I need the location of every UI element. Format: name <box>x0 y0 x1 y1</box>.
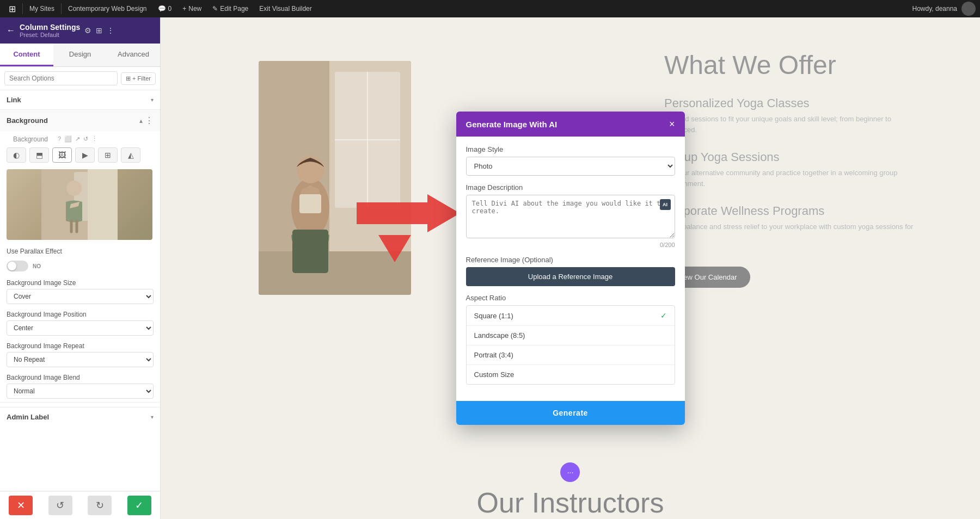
tab-design[interactable]: Design <box>53 44 107 66</box>
aspect-square[interactable]: Square (1:1) ✓ <box>467 306 675 326</box>
link-arrow-icon: ▾ <box>151 97 154 103</box>
site-name-link[interactable]: Contemporary Web Design <box>64 0 151 17</box>
tab-bar: Content Design Advanced <box>0 44 160 67</box>
modal-body: Image Style Photo Illustration Painting … <box>456 137 685 401</box>
bg-repeat-label: Background Image Repeat <box>7 342 154 350</box>
bg-type-pattern[interactable]: ⊞ <box>98 147 118 163</box>
bg-type-mask[interactable]: ◭ <box>121 147 140 163</box>
reference-label: Reference Image (Optional) <box>466 256 675 264</box>
parallax-label: Use Parallax Effect <box>7 248 62 255</box>
modal-header: Generate Image With AI × <box>456 112 685 137</box>
columns-icon[interactable]: ⊞ <box>96 26 102 35</box>
background-header: Background ▴ ⋮ <box>0 110 160 131</box>
edit-page-label: Edit Page <box>220 5 248 13</box>
website-background: What We Offer Personalized Yoga Classes … <box>161 17 980 519</box>
more-icon[interactable]: ⋮ <box>107 26 114 35</box>
close-icon: × <box>669 119 675 129</box>
parallax-row: Use Parallax Effect <box>0 244 160 258</box>
description-label: Image Description <box>466 183 675 191</box>
aspect-square-check: ✓ <box>660 311 667 320</box>
modal-overlay: Generate Image With AI × Image Style Pho… <box>161 17 980 519</box>
toggle-knob <box>8 262 16 270</box>
sidebar-preset: Preset: Default <box>20 32 80 38</box>
sidebar-header-icons: ⚙ ⊞ ⋮ <box>84 26 114 35</box>
user-avatar-placeholder <box>961 2 976 16</box>
wp-admin-bar: ⊞ My Sites Contemporary Web Design 💬 0 +… <box>0 0 980 17</box>
link-section-header[interactable]: Link ▾ <box>0 90 160 109</box>
redo-button[interactable]: ↻ <box>88 496 112 515</box>
description-textarea[interactable] <box>466 195 675 238</box>
bg-repeat-field: Background Image Repeat No Repeat <box>0 339 160 370</box>
bg-size-select[interactable]: Cover <box>7 289 154 304</box>
svg-rect-3 <box>88 169 118 240</box>
svg-point-2 <box>66 181 82 196</box>
bg-blend-label: Background Image Blend <box>7 374 154 381</box>
bg-position-select[interactable]: Center <box>7 320 154 336</box>
undo-icon: ↺ <box>56 499 64 511</box>
tab-advanced[interactable]: Advanced <box>107 44 160 66</box>
upload-btn-label: Upload a Reference Image <box>528 273 612 281</box>
redo-icon: ↻ <box>96 499 104 511</box>
link-section: Link ▾ <box>0 90 160 110</box>
undo-button[interactable]: ↺ <box>48 496 72 515</box>
sidebar-title: Column Settings <box>20 23 80 32</box>
more-options-icon[interactable]: ⋮ <box>145 115 154 126</box>
aspect-portrait[interactable]: Portrait (3:4) <box>467 345 675 365</box>
bg-help-icon[interactable]: ? <box>58 135 61 142</box>
bg-sub-label: Background <box>7 133 54 144</box>
filter-button[interactable]: ⊞ + Filter <box>121 72 156 85</box>
generate-label: Generate <box>553 409 588 417</box>
bg-thumbnail-image <box>7 169 152 240</box>
bg-duplicate-icon[interactable]: ⬜ <box>64 135 72 143</box>
aspect-custom-label: Custom Size <box>474 370 514 379</box>
parallax-toggle[interactable] <box>7 261 28 271</box>
bg-reset-icon[interactable]: ↺ <box>83 135 88 143</box>
upload-reference-button[interactable]: Upload a Reference Image <box>466 267 675 286</box>
modal-close-button[interactable]: × <box>669 119 675 129</box>
search-input[interactable] <box>4 71 118 85</box>
admin-bar-right: Howdy, deanna <box>912 2 976 16</box>
edit-page-link[interactable]: ✎ Edit Page <box>208 0 253 17</box>
admin-label-header[interactable]: Admin Label ▾ <box>0 407 160 427</box>
admin-label-section: Admin Label ▾ <box>0 407 160 427</box>
wp-logo[interactable]: ⊞ <box>4 0 20 17</box>
comments-link[interactable]: 💬 0 <box>154 0 176 17</box>
my-sites-menu[interactable]: My Sites <box>25 0 59 17</box>
sidebar-content: Link ▾ Background ▴ ⋮ Background ? ⬜ ↗ ↺ <box>0 90 160 491</box>
exit-builder-link[interactable]: Exit Visual Builder <box>255 0 316 17</box>
image-style-select[interactable]: Photo Illustration Painting Sketch 3D Re… <box>466 157 675 176</box>
bg-link-icon[interactable]: ↗ <box>75 135 80 143</box>
admin-label-arrow-icon: ▾ <box>151 414 154 420</box>
filter-label: + Filter <box>132 75 151 82</box>
link-section-title: Link <box>7 96 21 104</box>
ai-badge: AI <box>660 199 671 210</box>
bg-type-gradient[interactable]: ⬒ <box>29 147 49 163</box>
settings-icon[interactable]: ⚙ <box>84 26 91 35</box>
bg-size-label: Background Image Size <box>7 279 154 287</box>
bg-type-color[interactable]: ◐ <box>7 147 26 163</box>
generate-button[interactable]: Generate <box>456 401 685 425</box>
bg-size-field: Background Image Size Cover <box>0 276 160 307</box>
aspect-square-label: Square (1:1) <box>474 312 513 320</box>
bg-blend-select[interactable]: Normal <box>7 384 154 399</box>
bg-more-icon[interactable]: ⋮ <box>91 135 97 143</box>
tab-content[interactable]: Content <box>0 44 53 66</box>
save-icon: ✓ <box>135 499 143 511</box>
char-count: 0/200 <box>466 242 675 248</box>
bg-repeat-select[interactable]: No Repeat <box>7 352 154 367</box>
aspect-custom[interactable]: Custom Size <box>467 365 675 384</box>
bg-position-label: Background Image Position <box>7 311 154 318</box>
cancel-button[interactable]: ✕ <box>9 496 33 515</box>
background-section: Background ▴ ⋮ Background ? ⬜ ↗ ↺ ⋮ ◐ ⬒ <box>0 110 160 403</box>
admin-label-title: Admin Label <box>7 413 49 421</box>
save-button[interactable]: ✓ <box>127 496 151 515</box>
collapse-icon[interactable]: ▴ <box>139 117 143 125</box>
back-icon[interactable]: ← <box>7 26 15 35</box>
aspect-landscape[interactable]: Landscape (8:5) <box>467 326 675 345</box>
new-menu[interactable]: + New <box>178 0 206 17</box>
main-content: What We Offer Personalized Yoga Classes … <box>161 17 980 519</box>
bg-thumbnail <box>7 169 152 240</box>
user-greeting: Howdy, deanna <box>912 5 958 13</box>
bg-type-video[interactable]: ▶ <box>75 147 95 163</box>
bg-type-image[interactable]: 🖼 <box>52 147 72 163</box>
